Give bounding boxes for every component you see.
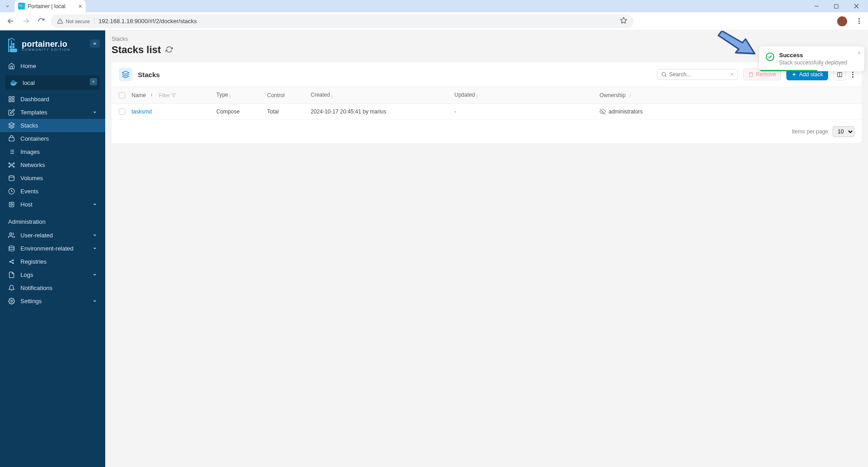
tab-close-button[interactable]: × [78,3,82,10]
sidebar-item-volumes[interactable]: Volumes [0,172,105,185]
sidebar-item-events[interactable]: Events [0,185,105,198]
window-maximize-button[interactable] [826,0,846,12]
svg-rect-19 [14,81,15,82]
sidebar-item-label: Stacks [20,122,38,129]
filter-icon [171,93,176,98]
sidebar-item-networks[interactable]: Networks [0,158,105,172]
chevron-down-icon [93,233,97,238]
svg-rect-43 [10,202,14,207]
browser-forward-button[interactable] [20,15,32,27]
sidebar-item-images[interactable]: Images [0,145,105,158]
tabs-dropdown-button[interactable] [2,0,13,12]
svg-rect-16 [12,82,13,83]
svg-point-33 [9,163,10,164]
sidebar-environment-local[interactable]: local × [5,75,100,90]
window-close-button[interactable] [846,0,866,12]
toast-title: Success [779,52,847,59]
search-clear-button[interactable]: × [731,71,734,78]
select-all-checkbox[interactable] [119,92,125,98]
column-header-created[interactable]: Created↓↑ [311,92,454,99]
browser-reload-button[interactable] [35,15,47,27]
sort-icon: ↓↑ [229,94,231,99]
svg-line-38 [12,163,13,164]
sidebar-item-logs[interactable]: Logs [0,268,105,281]
sidebar-item-label: Containers [20,135,49,142]
svg-line-37 [10,163,11,164]
browser-back-button[interactable] [5,15,16,27]
svg-rect-13 [12,43,15,45]
toast-close-button[interactable]: × [858,50,861,56]
svg-rect-23 [9,100,11,102]
toast-progress-bar [759,70,817,71]
sidebar-icon [8,201,15,208]
bookmark-star-icon[interactable] [620,17,627,25]
sidebar-item-dashboard[interactable]: Dashboard [0,93,105,106]
panel-title: Stacks [138,71,652,79]
sidebar-icon [8,175,15,182]
sidebar-icon [8,298,15,305]
sidebar-item-registries[interactable]: Registries [0,255,105,268]
sidebar-item-label: Dashboard [20,96,49,103]
sidebar-icon [8,109,15,116]
logo-text-block: portainer.io COMMUNITY EDITION [22,39,70,51]
svg-rect-11 [10,46,12,48]
url-bar[interactable]: Not secure 192.168.1.18:9000/#!/2/docker… [51,15,634,28]
sidebar-item-label: Host [20,201,33,208]
sidebar-item-notifications[interactable]: Notifications [0,281,105,295]
sidebar-item-stacks[interactable]: Stacks [0,119,105,132]
eye-off-icon [600,108,606,115]
chevron-down-icon [93,272,97,278]
sidebar-collapse-button[interactable] [90,39,100,48]
column-header-name[interactable]: Name ↓↑ Filter [132,92,216,98]
window-controls [806,0,866,12]
sidebar-item-settings[interactable]: Settings [0,295,105,308]
sidebar-icon [8,188,15,195]
table-footer: Items per page 10 [112,120,862,143]
sidebar-item-label: Volumes [20,175,43,182]
browser-menu-button[interactable] [854,18,863,24]
sidebar-icon [8,135,15,142]
search-input[interactable] [669,71,728,78]
filter-link[interactable]: Filter [159,93,176,98]
sidebar-item-label: Home [20,63,36,69]
table-row: tasksmdComposeTotal2024-10-17 20:45:41 b… [112,104,862,120]
svg-line-50 [11,261,13,261]
svg-point-45 [10,233,12,235]
chevron-down-icon [93,202,97,207]
browser-tab-bar: Portainer | local × [0,0,868,12]
sidebar-item-home[interactable]: Home [0,59,105,73]
column-header-updated[interactable]: Updated↓↑ [454,92,600,99]
sidebar-icon [8,245,15,252]
sidebar-icon [8,232,15,239]
browser-profile-avatar[interactable] [837,16,847,26]
items-per-page-select[interactable]: 10 [833,126,854,137]
sidebar-item-user-related[interactable]: User-related [0,229,105,242]
sidebar-item-environment-related[interactable]: Environment-related [0,242,105,255]
sidebar-icon [8,148,15,155]
stack-name-link[interactable]: tasksmd [132,108,152,115]
sidebar-item-label: Logs [20,271,33,278]
sidebar-item-label: Networks [20,162,45,168]
env-close-button[interactable]: × [90,78,97,85]
sidebar-item-label: Events [20,188,39,195]
trash-icon [748,72,754,77]
panel-menu-button[interactable] [851,72,854,78]
tab-title: Portainer | local [28,3,65,10]
panel-header: Stacks × Remove Add stack [112,62,862,87]
sidebar-header: portainer.io COMMUNITY EDITION [0,34,105,59]
sidebar-item-templates[interactable]: Templates [0,106,105,119]
column-header-ownership[interactable]: Ownership↓↑ [600,92,854,98]
sidebar-icon [8,122,15,129]
sidebar-item-host[interactable]: Host [0,198,105,211]
column-header-type[interactable]: Type↓↑ [216,92,267,99]
portainer-logo-icon [7,38,18,53]
row-checkbox[interactable] [119,108,125,115]
sidebar-item-containers[interactable]: Containers [0,132,105,145]
window-minimize-button[interactable] [806,0,826,12]
refresh-icon[interactable] [166,46,173,54]
sidebar: portainer.io COMMUNITY EDITION Home [0,30,105,467]
browser-tab[interactable]: Portainer | local × [15,0,86,12]
svg-point-52 [11,300,13,302]
security-indicator[interactable]: Not secure [57,18,95,24]
sidebar-item-label: Environment-related [20,245,73,252]
